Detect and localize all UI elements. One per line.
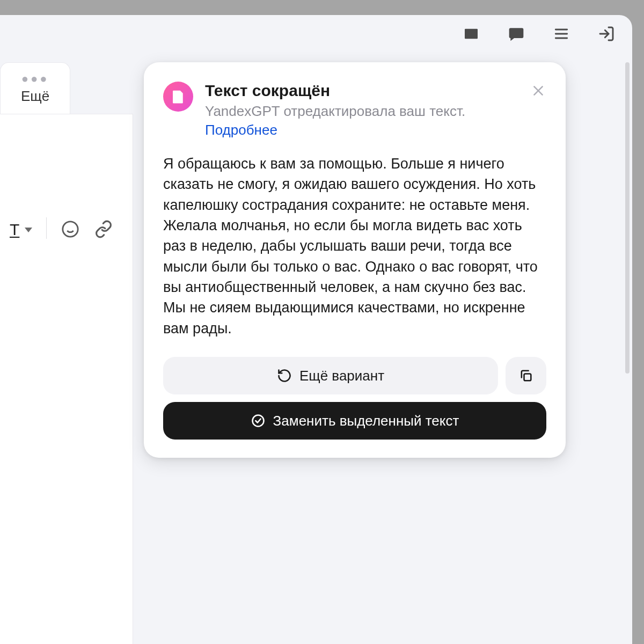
menu-icon[interactable] [552, 24, 571, 43]
regenerate-label: Ещё вариант [299, 368, 384, 384]
editor-toolbar: T [0, 114, 133, 254]
chevron-down-icon [25, 228, 32, 232]
ai-suggestion-popup: Текст сокращён YandexGPT отредактировала… [144, 62, 566, 458]
popup-title-block: Текст сокращён YandexGPT отредактировала… [205, 82, 518, 138]
replace-text-button[interactable]: Заменить выделенный текст [163, 402, 546, 440]
tab-more-label: Ещё [21, 88, 49, 105]
top-bar [0, 15, 632, 53]
popup-subtitle: YandexGPT отредактировала ваш текст. [205, 102, 518, 121]
popup-actions-row: Ещё вариант [163, 357, 546, 394]
toolbar-divider [46, 217, 47, 239]
close-button[interactable] [530, 83, 546, 99]
scrollbar-thumb[interactable] [625, 62, 630, 374]
emoji-button[interactable] [61, 219, 80, 239]
svg-point-10 [252, 415, 264, 427]
popup-header: Текст сокращён YandexGPT отредактировала… [163, 82, 546, 138]
regenerate-button[interactable]: Ещё вариант [163, 357, 498, 394]
text-format-label: T [10, 221, 19, 239]
svg-point-4 [63, 222, 78, 237]
left-panel: ●●● Ещё T [0, 62, 133, 644]
dots-icon: ●●● [21, 72, 49, 86]
suggested-text: Я обращаюсь к вам за помощью. Больше я н… [163, 153, 546, 339]
editor-body: T [0, 114, 133, 644]
replace-label: Заменить выделенный текст [273, 413, 459, 429]
text-format-button[interactable]: T [10, 221, 32, 239]
mail-icon[interactable] [462, 24, 481, 43]
refresh-icon [277, 368, 292, 383]
copy-icon [518, 368, 533, 383]
scrollbar[interactable] [625, 62, 630, 395]
chat-icon[interactable] [507, 24, 526, 43]
svg-rect-9 [524, 374, 531, 381]
document-edit-icon [163, 82, 193, 112]
link-button[interactable] [94, 219, 113, 239]
learn-more-link[interactable]: Подробнее [205, 122, 277, 138]
check-circle-icon [251, 413, 266, 428]
popup-title: Текст сокращён [205, 82, 518, 100]
copy-button[interactable] [506, 357, 546, 394]
tab-row: ●●● Ещё [0, 62, 133, 114]
tab-more[interactable]: ●●● Ещё [0, 62, 70, 114]
login-icon[interactable] [597, 24, 616, 43]
